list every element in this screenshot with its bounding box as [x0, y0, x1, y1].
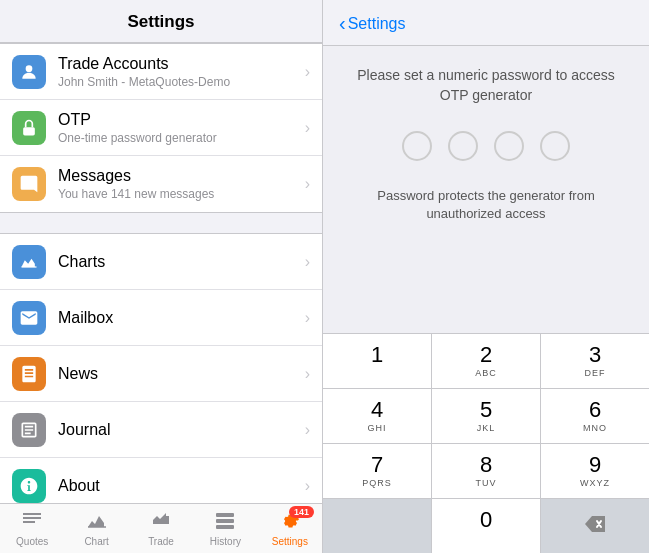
about-chevron: › [305, 477, 310, 495]
otp-chevron: › [305, 119, 310, 137]
settings-badge: 141 [289, 506, 314, 518]
svg-rect-7 [216, 525, 234, 529]
otp-circle-3 [494, 131, 524, 161]
news-text: News [58, 365, 297, 383]
key-8[interactable]: 8 TUV [432, 444, 541, 498]
key-8-letters: TUV [476, 478, 497, 488]
otp-title: OTP [58, 111, 297, 129]
settings-item-news[interactable]: News › [0, 346, 322, 402]
key-9[interactable]: 9 WXYZ [541, 444, 649, 498]
otp-instructions: Please set a numeric password to access … [337, 46, 635, 115]
keypad-row-2: 4 GHI 5 JKL 6 MNO [323, 389, 649, 444]
otp-icon [12, 111, 46, 145]
key-2[interactable]: 2 ABC [432, 334, 541, 388]
otp-circles [402, 131, 570, 161]
trade-accounts-text: Trade Accounts John Smith - MetaQuotes-D… [58, 55, 297, 89]
journal-chevron: › [305, 421, 310, 439]
tab-trade[interactable]: Trade [129, 504, 193, 553]
key-7-number: 7 [371, 454, 383, 476]
key-delete[interactable] [541, 499, 649, 553]
key-1-number: 1 [371, 344, 383, 366]
key-2-letters: ABC [475, 368, 497, 378]
key-1[interactable]: 1 [323, 334, 432, 388]
tab-bar: Quotes Chart Trade History [0, 503, 322, 553]
otp-text: OTP One-time password generator [58, 111, 297, 145]
key-3[interactable]: 3 DEF [541, 334, 649, 388]
trade-accounts-title: Trade Accounts [58, 55, 297, 73]
keypad-row-1: 1 2 ABC 3 DEF [323, 334, 649, 389]
charts-title: Charts [58, 253, 297, 271]
key-4[interactable]: 4 GHI [323, 389, 432, 443]
messages-text: Messages You have 141 new messages [58, 167, 297, 201]
key-4-number: 4 [371, 399, 383, 421]
settings-item-mailbox[interactable]: Mailbox › [0, 290, 322, 346]
tab-history-label: History [210, 536, 241, 547]
settings-item-about[interactable]: About › [0, 458, 322, 503]
settings-list: Trade Accounts John Smith - MetaQuotes-D… [0, 43, 322, 503]
delete-icon [583, 515, 607, 538]
charts-icon [12, 245, 46, 279]
news-icon [12, 357, 46, 391]
settings-item-trade-accounts[interactable]: Trade Accounts John Smith - MetaQuotes-D… [0, 44, 322, 100]
journal-text: Journal [58, 421, 297, 439]
otp-circle-2 [448, 131, 478, 161]
key-0[interactable]: 0 [432, 499, 541, 553]
main-container: Settings Trade Accounts John Smith - Met… [0, 0, 649, 553]
tab-history[interactable]: History [193, 504, 257, 553]
charts-chevron: › [305, 253, 310, 271]
key-8-number: 8 [480, 454, 492, 476]
right-header: ‹ Settings [323, 0, 649, 46]
svg-rect-6 [216, 519, 234, 523]
key-3-letters: DEF [585, 368, 606, 378]
settings-item-messages[interactable]: Messages You have 141 new messages › [0, 156, 322, 212]
svg-rect-1 [23, 127, 35, 135]
mailbox-icon [12, 301, 46, 335]
trade-accounts-chevron: › [305, 63, 310, 81]
tab-quotes-label: Quotes [16, 536, 48, 547]
keypad-row-4: 0 [323, 499, 649, 553]
left-panel: Settings Trade Accounts John Smith - Met… [0, 0, 323, 553]
journal-title: Journal [58, 421, 297, 439]
messages-subtitle: You have 141 new messages [58, 187, 297, 201]
mailbox-text: Mailbox [58, 309, 297, 327]
settings-item-otp[interactable]: OTP One-time password generator › [0, 100, 322, 156]
about-title: About [58, 477, 297, 495]
back-button[interactable]: ‹ Settings [339, 12, 405, 35]
settings-item-journal[interactable]: Journal › [0, 402, 322, 458]
key-1-letters [375, 368, 379, 378]
svg-point-0 [26, 65, 33, 72]
key-2-number: 2 [480, 344, 492, 366]
settings-item-charts[interactable]: Charts › [0, 234, 322, 290]
news-chevron: › [305, 365, 310, 383]
messages-chevron: › [305, 175, 310, 193]
otp-subtitle: One-time password generator [58, 131, 297, 145]
back-chevron-icon: ‹ [339, 12, 346, 35]
key-5[interactable]: 5 JKL [432, 389, 541, 443]
settings-section-accounts: Trade Accounts John Smith - MetaQuotes-D… [0, 43, 322, 213]
key-5-number: 5 [480, 399, 492, 421]
about-icon [12, 469, 46, 503]
news-title: News [58, 365, 297, 383]
svg-rect-5 [216, 513, 234, 517]
otp-info: Password protects the generator from una… [357, 177, 615, 233]
tab-settings[interactable]: Settings 141 [258, 504, 322, 553]
key-6[interactable]: 6 MNO [541, 389, 649, 443]
key-7[interactable]: 7 PQRS [323, 444, 432, 498]
key-9-number: 9 [589, 454, 601, 476]
messages-title: Messages [58, 167, 297, 185]
left-panel-title: Settings [127, 12, 194, 31]
messages-icon [12, 167, 46, 201]
tab-chart[interactable]: Chart [64, 504, 128, 553]
tab-trade-label: Trade [148, 536, 174, 547]
key-7-letters: PQRS [362, 478, 392, 488]
otp-circle-1 [402, 131, 432, 161]
keypad: 1 2 ABC 3 DEF 4 GHI 5 [323, 333, 649, 553]
charts-text: Charts [58, 253, 297, 271]
key-empty [323, 499, 432, 553]
tab-settings-label: Settings [272, 536, 308, 547]
key-0-number: 0 [480, 509, 492, 531]
history-icon [214, 511, 236, 534]
tab-quotes[interactable]: Quotes [0, 504, 64, 553]
quotes-icon [21, 511, 43, 534]
trade-icon [150, 511, 172, 534]
